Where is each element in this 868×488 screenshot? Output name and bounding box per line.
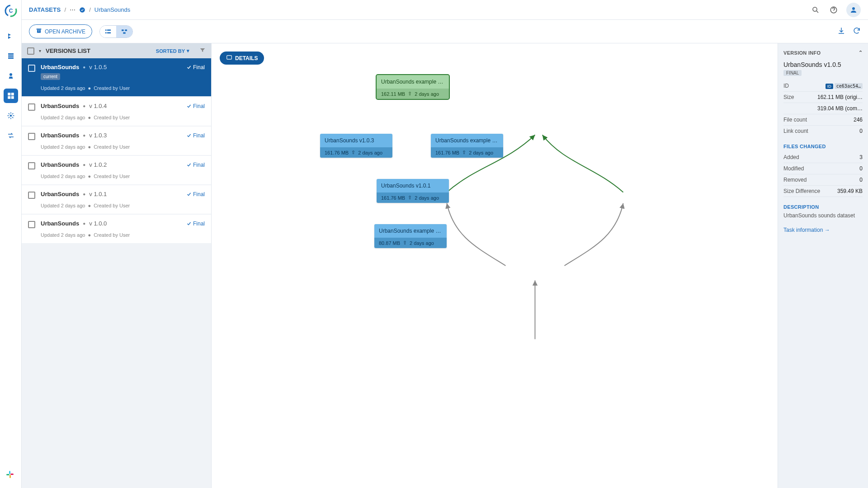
description-text: UrbanSounds sounds dataset	[783, 212, 863, 219]
final-badge: Final	[186, 221, 205, 227]
svg-point-12	[80, 7, 85, 13]
graph-node[interactable]: UrbanSounds example v… 80.87 MB⇧2 days a…	[374, 224, 447, 248]
breadcrumb-current[interactable]: UrbanSounds	[94, 6, 131, 13]
app-logo[interactable]: C	[4, 4, 18, 18]
chevron-down-icon[interactable]: ▾	[39, 48, 41, 53]
version-number: v 1.0.0	[89, 220, 107, 227]
help-icon[interactable]	[828, 5, 839, 15]
download-icon[interactable]	[837, 27, 845, 36]
version-card[interactable]: UrbanSounds●v 1.0.4 FinalUpdated 2 days …	[22, 97, 211, 126]
svg-rect-23	[122, 29, 124, 31]
current-badge: current	[41, 73, 60, 80]
svg-rect-10	[9, 475, 11, 478]
slack-icon[interactable]	[5, 470, 16, 481]
view-toggle	[99, 25, 133, 38]
verified-icon	[79, 6, 85, 14]
description-header: DESCRIPTION	[783, 204, 863, 210]
svg-point-15	[852, 7, 855, 10]
final-chip: FINAL	[783, 70, 802, 76]
versions-panel: ▾ VERSIONS LIST SORTED BY ▾ UrbanSounds●…	[22, 43, 212, 488]
refresh-icon[interactable]	[853, 27, 861, 36]
sorted-by-dropdown[interactable]: SORTED BY ▾	[156, 48, 189, 54]
nav-item-3[interactable]	[4, 69, 18, 83]
user-avatar[interactable]	[846, 3, 861, 17]
svg-rect-9	[6, 474, 9, 475]
svg-rect-25	[123, 32, 125, 33]
svg-rect-26	[227, 56, 232, 59]
version-checkbox[interactable]	[28, 103, 35, 111]
svg-rect-22	[107, 32, 111, 33]
filter-icon[interactable]	[199, 47, 206, 55]
svg-point-6	[9, 73, 12, 76]
nav-item-2[interactable]	[4, 49, 18, 63]
version-card[interactable]: UrbanSounds●v 1.0.3 FinalUpdated 2 days …	[22, 127, 211, 155]
nav-rail: C	[0, 0, 22, 488]
version-name: UrbanSounds	[41, 161, 79, 168]
svg-point-7	[9, 115, 12, 117]
version-name: UrbanSounds	[41, 103, 79, 109]
nav-item-datasets[interactable]	[4, 89, 18, 103]
svg-rect-17	[37, 30, 41, 33]
graph-node[interactable]: UrbanSounds example v… 161.76 MB⇧2 days …	[431, 134, 503, 158]
collapse-icon[interactable]: ⌃	[859, 50, 863, 56]
upload-icon: ⇧	[462, 150, 466, 155]
version-card[interactable]: UrbanSounds●v 1.0.5 FinalcurrentUpdated …	[22, 58, 211, 96]
version-checkbox[interactable]	[28, 192, 35, 199]
version-number: v 1.0.2	[89, 161, 107, 168]
version-number: v 1.0.3	[89, 132, 107, 139]
final-badge: Final	[186, 132, 205, 139]
version-checkbox[interactable]	[28, 221, 35, 228]
open-archive-button[interactable]: OPEN ARCHIVE	[29, 24, 92, 38]
version-title: UrbanSounds v1.0.5	[783, 61, 863, 68]
version-name: UrbanSounds	[41, 132, 79, 139]
svg-rect-5	[8, 57, 14, 59]
upload-icon: ⇧	[408, 195, 412, 201]
nav-item-6[interactable]	[4, 128, 18, 143]
version-name: UrbanSounds	[41, 220, 79, 227]
select-all-checkbox[interactable]	[27, 47, 34, 55]
topbar: DATASETS / ⋯ / UrbanSounds	[22, 0, 868, 20]
svg-rect-21	[105, 32, 107, 33]
details-button[interactable]: DETAILS	[220, 52, 264, 65]
graph-node[interactable]: UrbanSounds v1.0.3 161.76 MB⇧2 days ago	[320, 134, 392, 158]
nav-item-5[interactable]	[4, 108, 18, 123]
version-name: UrbanSounds	[41, 64, 79, 70]
view-list-button[interactable]	[100, 26, 116, 38]
graph-edges	[212, 43, 778, 488]
svg-rect-11	[10, 474, 14, 475]
graph-node-current[interactable]: UrbanSounds example v… 162.11 MB⇧2 days …	[377, 75, 449, 99]
version-name: UrbanSounds	[41, 191, 79, 197]
svg-rect-3	[8, 53, 14, 55]
info-header-label: VERSION INFO	[783, 50, 821, 56]
nav-item-1[interactable]	[4, 29, 18, 43]
tune-icon[interactable]	[95, 47, 101, 55]
view-graph-button[interactable]	[116, 26, 132, 38]
archive-icon	[36, 28, 42, 35]
upload-icon: ⇧	[403, 240, 407, 246]
version-checkbox[interactable]	[28, 133, 35, 140]
final-badge: Final	[186, 191, 205, 197]
version-checkbox[interactable]	[28, 162, 35, 169]
version-card[interactable]: UrbanSounds●v 1.0.2 FinalUpdated 2 days …	[22, 156, 211, 184]
graph-canvas[interactable]: DETAILS UrbanSounds example v… 162.11 M	[212, 43, 778, 488]
info-panel: VERSION INFO ⌃ UrbanSounds v1.0.5 FINAL …	[778, 43, 868, 488]
search-icon[interactable]	[810, 5, 821, 15]
version-card[interactable]: UrbanSounds●v 1.0.1 FinalUpdated 2 days …	[22, 185, 211, 214]
version-number: v 1.0.5	[89, 64, 107, 70]
toolbar: OPEN ARCHIVE	[22, 20, 868, 43]
svg-rect-4	[8, 56, 14, 57]
versions-header: ▾ VERSIONS LIST SORTED BY ▾	[22, 43, 211, 58]
version-card[interactable]: UrbanSounds●v 1.0.0 FinalUpdated 2 days …	[22, 215, 211, 243]
final-badge: Final	[186, 162, 205, 168]
task-information-link[interactable]: Task information →	[783, 227, 830, 233]
svg-point-13	[813, 7, 817, 11]
breadcrumb-root[interactable]: DATASETS	[29, 6, 61, 13]
version-checkbox[interactable]	[28, 65, 35, 72]
final-badge: Final	[186, 103, 205, 109]
upload-icon: ⇧	[351, 150, 355, 155]
breadcrumb-collapsed[interactable]: ⋯	[70, 6, 75, 13]
graph-node[interactable]: UrbanSounds v1.0.1 161.76 MB⇧2 days ago	[377, 179, 449, 203]
files-changed-header: FILES CHANGED	[783, 144, 863, 149]
svg-text:C: C	[9, 8, 13, 14]
versions-list: UrbanSounds●v 1.0.5 FinalcurrentUpdated …	[22, 58, 211, 488]
